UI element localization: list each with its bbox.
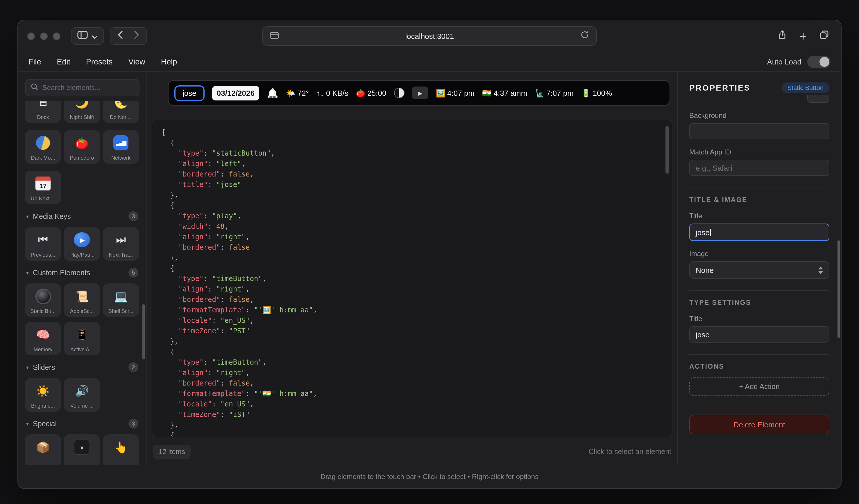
search-input[interactable] <box>42 84 134 92</box>
palette-item-play-pau[interactable]: Play/Pau... <box>64 227 100 261</box>
palette-item-shell-scr[interactable]: 💻Shell Scr... <box>103 283 139 317</box>
items-count-badge: 12 items <box>153 445 191 459</box>
palette-item-active-a[interactable]: 📱Active A... <box>64 322 100 356</box>
zoom-button[interactable] <box>53 32 60 40</box>
palette-item-label: Network <box>111 155 131 161</box>
touchbar-item-time-ist[interactable]: 🇮🇳 4:37 amm <box>482 89 527 97</box>
url-bar[interactable]: localhost:3001 <box>262 26 597 46</box>
title-input[interactable]: jose <box>689 223 829 241</box>
navigation-buttons <box>110 27 147 45</box>
new-tab-button[interactable]: + <box>799 30 807 42</box>
sidebar-toggle-button[interactable] <box>71 27 104 45</box>
editor-scrollbar[interactable] <box>665 126 669 174</box>
volume-icon: 🔊 <box>64 381 100 400</box>
palette-item-dock[interactable]: 🖥Dock <box>25 101 61 123</box>
add-action-button[interactable]: + Add Action <box>689 377 829 396</box>
palette-item-next-tra[interactable]: ⏭Next Tra... <box>103 227 139 261</box>
touchbar-item-moon-phase[interactable] <box>394 88 404 98</box>
clipped-control <box>807 95 829 103</box>
menu-file[interactable]: File <box>29 57 41 66</box>
palette-tile-grid: Dark Mo...🍅PomodoroNetwork <box>25 130 139 164</box>
touchbar-item-play[interactable] <box>412 86 428 99</box>
type-settings-section-header: TYPE SETTINGS <box>689 299 829 306</box>
background-input[interactable] <box>689 123 829 139</box>
palette-item-special[interactable]: 📦 <box>25 434 61 465</box>
palette-item-pomodoro[interactable]: 🍅Pomodoro <box>64 130 100 164</box>
touchbar-item-time-pst[interactable]: 🖼️ 4:07 pm <box>436 89 474 97</box>
palette-section-sliders[interactable]: ▾Sliders2 <box>26 362 138 372</box>
properties-scrollbar[interactable] <box>838 240 840 338</box>
auto-load-toggle[interactable] <box>807 56 830 68</box>
delete-element-button[interactable]: Delete Element <box>689 414 829 434</box>
type-title-input[interactable] <box>689 326 829 343</box>
menu-presets[interactable]: Presets <box>86 57 113 66</box>
palette-item-applesc[interactable]: 📜AppleSc... <box>64 283 100 317</box>
minimize-button[interactable] <box>40 32 48 40</box>
palette-groups: 🖥Dock🌙Night Shift🌜Do Not ...Dark Mo...🍅P… <box>18 101 147 465</box>
palette-item-label: Active A... <box>70 347 94 352</box>
palette-item-network[interactable]: Network <box>103 130 139 164</box>
palette-item-night-shift[interactable]: 🌙Night Shift <box>64 101 100 123</box>
code-line: }, <box>162 336 663 347</box>
match-app-id-input[interactable] <box>689 160 829 176</box>
palette-item-special[interactable] <box>64 434 100 465</box>
code-line: }, <box>162 420 663 430</box>
palette-item-up-next[interactable]: 17Up Next ... <box>25 171 61 204</box>
json-editor[interactable]: [ { "type": "staticButton", "align": "le… <box>152 120 673 437</box>
menu-view[interactable]: View <box>129 57 145 66</box>
touchbar-item-03-12-2026[interactable]: 03/12/2026 <box>212 85 259 100</box>
back-button[interactable] <box>118 31 123 41</box>
code-line: "align": "right", <box>162 232 663 242</box>
section-count-badge: 2 <box>129 362 138 372</box>
palette-item-static-bu[interactable]: Static Bu... <box>25 283 61 317</box>
code-line: "type": "timeButton", <box>162 273 663 284</box>
code-line: "formatTemplate": "'🇮🇳' h:mm aa", <box>162 389 663 399</box>
palette-tile-grid: ☀️Brightne...🔊Volume ... <box>25 378 139 412</box>
tabs-overview-button[interactable] <box>819 30 829 42</box>
main-content: 🖥Dock🌙Night Shift🌜Do Not ...Dark Mo...🍅P… <box>18 72 841 465</box>
browser-window: localhost:3001 + File Edit Presets <box>17 20 842 489</box>
palette-item-special[interactable]: 👆 <box>103 434 139 465</box>
touchbar-item-bell[interactable]: 🔔 <box>267 88 278 98</box>
palette-item-dark-mo[interactable]: Dark Mo... <box>25 130 61 164</box>
touchbar-item-network-speed[interactable]: ↑↓ 0 KB/s <box>316 89 348 97</box>
do-not-icon: 🌜 <box>103 101 139 111</box>
menu-help[interactable]: Help <box>161 57 177 66</box>
touchbar-item-pomodoro[interactable]: 🍅 25:00 <box>356 89 387 97</box>
disclosure-triangle-icon: ▾ <box>26 421 29 426</box>
palette-item-memory[interactable]: 🧠Memory <box>25 322 61 356</box>
palette-section-special[interactable]: ▾Special3 <box>26 419 138 428</box>
palette-item-previous[interactable]: ⏮Previous... <box>25 227 61 261</box>
palette-item-label: Next Tra... <box>109 252 133 258</box>
image-select[interactable]: None <box>689 261 829 279</box>
window-footer: Drag elements to the touch bar • Click t… <box>18 465 841 488</box>
title-label: Title <box>689 212 829 220</box>
special-icon <box>64 438 100 456</box>
code-line: { <box>162 430 663 437</box>
palette-item-do-not[interactable]: 🌜Do Not ... <box>103 101 139 123</box>
forward-button[interactable] <box>134 31 139 41</box>
touchbar-item-weather[interactable]: 🌤️ 72° <box>286 89 309 97</box>
code-line: "type": "staticButton", <box>162 148 663 158</box>
touchbar-item-jose[interactable]: jose <box>175 85 205 101</box>
palette-scrollbar[interactable] <box>142 304 145 359</box>
share-button[interactable] <box>777 30 787 42</box>
palette-item-label: Do Not ... <box>110 114 132 120</box>
palette-item-volume[interactable]: 🔊Volume ... <box>64 378 100 412</box>
toggle-knob <box>819 57 829 66</box>
menu-edit[interactable]: Edit <box>57 57 71 66</box>
palette-section-media-keys[interactable]: ▾Media Keys3 <box>26 211 138 221</box>
reload-button[interactable] <box>580 30 589 42</box>
disclosure-triangle-icon: ▾ <box>26 364 29 370</box>
touchbar-item-battery[interactable]: 🔋 100% <box>581 89 612 97</box>
palette-section-custom-elements[interactable]: ▾Custom Elements5 <box>26 268 138 278</box>
code-line: "width": 48, <box>162 221 663 232</box>
touchbar-item-time-est[interactable]: 🗽 7:07 pm <box>535 89 574 97</box>
code-line: }, <box>162 190 663 200</box>
touchbar-preview: jose03/12/2026🔔🌤️ 72°↑↓ 0 KB/s🍅 25:00🖼️ … <box>168 80 670 106</box>
close-button[interactable] <box>27 32 35 40</box>
type-title-label: Title <box>689 315 829 323</box>
palette-item-brightne[interactable]: ☀️Brightne... <box>25 378 61 412</box>
browser-toolbar: localhost:3001 + <box>18 20 841 52</box>
select-hint: Click to select an element <box>588 448 671 456</box>
